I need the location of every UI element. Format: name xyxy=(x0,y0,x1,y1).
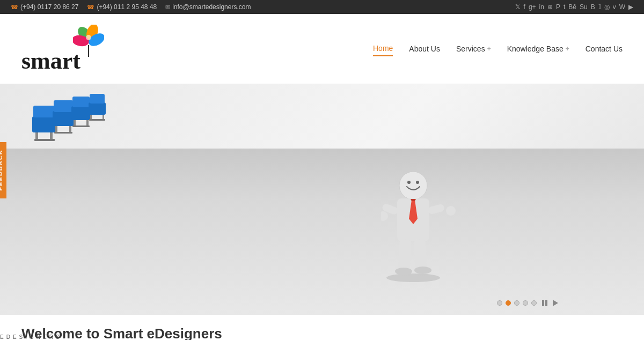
welcome-section: Welcome to Smart eDesigners xyxy=(0,315,644,340)
top-bar-contact: ☎ (+94) 0117 20 86 27 ☎ (+94) 011 2 95 4… xyxy=(11,3,251,11)
nav-home[interactable]: Home xyxy=(373,41,393,56)
delicious-icon[interactable]: ◎ xyxy=(604,3,610,11)
svg-point-29 xyxy=(407,181,411,184)
svg-point-27 xyxy=(386,274,440,282)
social-icons-bar: 𝕏 f g+ in ⊕ P t Bē Su B 𝕀 ◎ v W ▶ xyxy=(515,3,633,11)
svg-rect-36 xyxy=(428,203,445,215)
linkedin-icon[interactable]: in xyxy=(539,3,544,11)
svg-rect-38 xyxy=(398,239,411,271)
phone1-text: (+94) 0117 20 86 27 xyxy=(20,3,78,11)
knowledge-plus-icon: + xyxy=(566,45,569,53)
slider-dot-2[interactable] xyxy=(506,300,511,306)
nav-contact[interactable]: Contact Us xyxy=(586,42,623,56)
svg-rect-6 xyxy=(32,116,56,132)
slider-dot-5[interactable] xyxy=(531,300,537,306)
figure-svg xyxy=(381,171,456,283)
stumble-icon[interactable]: Su xyxy=(580,3,588,11)
hero-slider xyxy=(0,84,644,315)
slider-play-button[interactable] xyxy=(553,300,558,306)
svg-rect-21 xyxy=(89,102,106,115)
logo-name: smart xyxy=(21,49,80,73)
logo[interactable]: smart eDESIGNERS xyxy=(21,25,80,73)
business-figure xyxy=(381,171,456,285)
slider-controls xyxy=(497,300,558,306)
behance-icon[interactable]: Bē xyxy=(568,3,576,11)
svg-rect-15 xyxy=(54,132,72,134)
wordpress-icon[interactable]: W xyxy=(619,3,625,11)
svg-rect-12 xyxy=(54,100,73,112)
svg-point-41 xyxy=(414,267,431,274)
svg-rect-9 xyxy=(50,132,53,140)
email-icon: ✉ xyxy=(165,4,170,11)
svg-rect-17 xyxy=(72,97,90,107)
flickr-icon[interactable]: ⊕ xyxy=(547,3,553,11)
svg-rect-7 xyxy=(33,106,55,117)
nav-services[interactable]: Services + xyxy=(456,42,491,56)
instapaper-icon[interactable]: 𝕀 xyxy=(598,3,601,11)
youtube-icon[interactable]: ▶ xyxy=(628,3,633,11)
svg-rect-20 xyxy=(72,125,90,127)
vimeo-icon[interactable]: v xyxy=(613,3,616,11)
blogger-icon[interactable]: B xyxy=(591,3,595,11)
feedback-tab[interactable]: FEEDBACK xyxy=(0,142,6,198)
svg-rect-11 xyxy=(53,111,74,126)
twitter-icon[interactable]: 𝕏 xyxy=(515,3,521,11)
svg-rect-22 xyxy=(90,94,105,104)
phone2-text: (+94) 011 2 95 48 48 xyxy=(97,3,157,11)
svg-point-30 xyxy=(416,181,419,184)
svg-point-28 xyxy=(399,172,427,199)
tumblr-icon[interactable]: t xyxy=(564,3,565,11)
logo-sub: eDESIGNERS xyxy=(0,334,62,340)
top-bar: ☎ (+94) 0117 20 86 27 ☎ (+94) 011 2 95 4… xyxy=(0,0,644,14)
slider-dot-3[interactable] xyxy=(514,300,519,306)
pause-bar-2 xyxy=(545,300,547,306)
googleplus-icon[interactable]: g+ xyxy=(529,3,536,11)
logo-flower-icon xyxy=(73,25,104,58)
nav-about[interactable]: About Us xyxy=(409,42,440,56)
phone1-item: ☎ (+94) 0117 20 86 27 xyxy=(11,3,78,11)
slider-dot-1[interactable] xyxy=(497,300,502,306)
svg-rect-25 xyxy=(89,119,105,121)
svg-point-37 xyxy=(446,206,456,216)
pause-bar-1 xyxy=(542,300,544,306)
svg-point-35 xyxy=(381,211,388,221)
svg-rect-8 xyxy=(35,132,38,140)
phone2-icon: ☎ xyxy=(87,4,94,11)
welcome-title: Welcome to Smart eDesigners xyxy=(21,326,623,340)
phone1-icon: ☎ xyxy=(11,4,18,11)
slide-banner xyxy=(0,149,644,315)
svg-rect-16 xyxy=(71,106,91,120)
site-header: smart eDESIGNERS Home About Us Services … xyxy=(0,14,644,84)
email-text: info@smartedesigners.com xyxy=(172,3,251,11)
svg-point-5 xyxy=(86,35,91,40)
phone2-item: ☎ (+94) 011 2 95 48 48 xyxy=(87,3,157,11)
slide-1 xyxy=(0,84,644,315)
email-item: ✉ info@smartedesigners.com xyxy=(165,3,251,11)
pinterest-icon[interactable]: P xyxy=(556,3,560,11)
svg-rect-10 xyxy=(34,139,55,141)
services-plus-icon: + xyxy=(487,45,491,53)
nav-knowledge[interactable]: Knowledge Base + xyxy=(507,42,569,56)
main-nav: Home About Us Services + Knowledge Base … xyxy=(373,41,623,56)
facebook-icon[interactable]: f xyxy=(524,3,525,11)
svg-point-40 xyxy=(395,268,412,275)
slider-dot-4[interactable] xyxy=(523,300,528,306)
slider-pause-button[interactable] xyxy=(542,300,547,306)
